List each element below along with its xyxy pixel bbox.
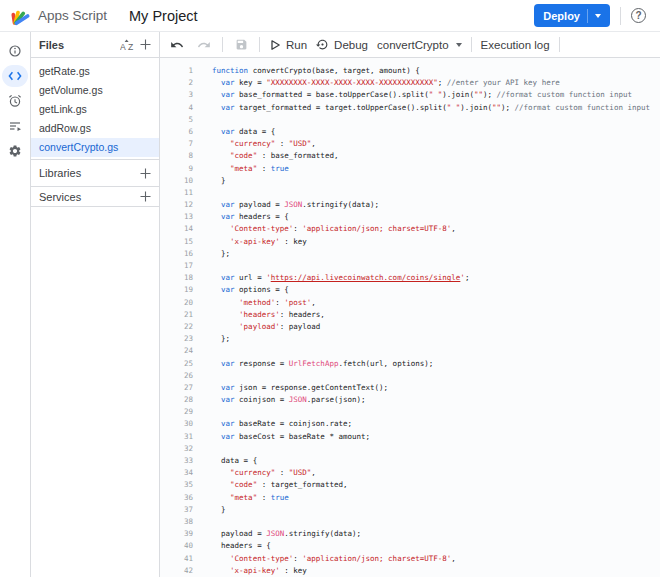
add-library-button[interactable] xyxy=(136,164,154,182)
code-editor[interactable]: 1function convertCrypto(base, target, am… xyxy=(160,58,660,577)
code-line[interactable]: 17 xyxy=(160,260,660,272)
code-line[interactable]: 28 var coinjson = JSON.parse(json); xyxy=(160,394,660,406)
code-line-text: var json = response.getContentText(); xyxy=(193,382,388,394)
line-number: 7 xyxy=(160,138,193,150)
line-number: 19 xyxy=(160,284,193,296)
code-line-text: 'Content-type': 'application/json; chars… xyxy=(193,553,456,565)
code-line[interactable]: 18 var url = 'https://api.livecoinwatch.… xyxy=(160,272,660,284)
run-button-label: Run xyxy=(286,39,307,51)
code-line[interactable]: 36 "meta" : true xyxy=(160,492,660,504)
code-line[interactable]: 16 }; xyxy=(160,248,660,260)
plus-icon xyxy=(139,167,152,180)
code-line[interactable]: 29 xyxy=(160,406,660,418)
code-line[interactable]: 2 var key = "XXXXXXXX-XXXX-XXXX-XXXX-XXX… xyxy=(160,77,660,89)
code-line[interactable]: 7 "currency" : "USD", xyxy=(160,138,660,150)
redo-button[interactable] xyxy=(195,36,213,54)
add-service-button[interactable] xyxy=(136,188,154,206)
code-line-text: var data = { xyxy=(193,126,275,138)
code-line[interactable]: 22 'payload': payload xyxy=(160,321,660,333)
line-number: 41 xyxy=(160,553,193,565)
code-line[interactable]: 20 'method': 'post', xyxy=(160,297,660,309)
code-line[interactable]: 39 payload = JSON.stringify(data); xyxy=(160,528,660,540)
code-line[interactable]: 25 var response = UrlFetchApp.fetch(url,… xyxy=(160,358,660,370)
svg-text:Z: Z xyxy=(128,41,133,51)
help-icon[interactable]: ? xyxy=(631,8,646,23)
code-line-text: "meta" : true xyxy=(193,492,289,504)
line-number: 39 xyxy=(160,528,193,540)
code-line[interactable]: 35 "code" : target_formatted, xyxy=(160,479,660,491)
line-number: 23 xyxy=(160,333,193,345)
nav-executions[interactable] xyxy=(2,115,28,137)
code-line[interactable]: 1function convertCrypto(base, target, am… xyxy=(160,65,660,77)
plus-icon xyxy=(139,38,152,51)
save-button[interactable] xyxy=(232,36,250,54)
code-line[interactable]: 32 xyxy=(160,443,660,455)
line-number: 26 xyxy=(160,370,193,382)
file-item-getRate.gs[interactable]: getRate.gs xyxy=(31,62,159,81)
code-line[interactable]: 26 xyxy=(160,370,660,382)
code-line[interactable]: 12 var payload = JSON.stringify(data); xyxy=(160,199,660,211)
code-line-text xyxy=(193,114,212,126)
undo-button[interactable] xyxy=(168,36,186,54)
code-line[interactable]: 37 } xyxy=(160,504,660,516)
file-item-getLink.gs[interactable]: getLink.gs xyxy=(31,100,159,119)
code-line[interactable]: 31 var baseCost = baseRate * amount; xyxy=(160,431,660,443)
line-number: 11 xyxy=(160,187,193,199)
toolbar-divider xyxy=(222,37,223,52)
code-line[interactable]: 27 var json = response.getContentText(); xyxy=(160,382,660,394)
nav-editor[interactable] xyxy=(2,65,28,87)
code-line-text xyxy=(193,187,212,199)
file-item-getVolume.gs[interactable]: getVolume.gs xyxy=(31,81,159,100)
code-line-text: var baseRate = coinjson.rate; xyxy=(193,418,352,430)
deploy-button[interactable]: Deploy xyxy=(534,4,610,27)
code-line[interactable]: 33 data = { xyxy=(160,455,660,467)
code-line[interactable]: 41 'Content-type': 'application/json; ch… xyxy=(160,553,660,565)
toolbar-divider xyxy=(559,37,560,52)
code-line[interactable]: 23 }; xyxy=(160,333,660,345)
code-line-text: var headers = { xyxy=(193,211,289,223)
code-line[interactable]: 19 var options = { xyxy=(160,284,660,296)
run-button[interactable]: Run xyxy=(269,39,307,51)
code-line[interactable]: 21 'headers': headers, xyxy=(160,309,660,321)
line-number: 18 xyxy=(160,272,193,284)
code-line[interactable]: 34 "currency" : "USD", xyxy=(160,467,660,479)
code-line[interactable]: 30 var baseRate = coinjson.rate; xyxy=(160,418,660,430)
code-line[interactable]: 3 var base_formatted = base.toUpperCase(… xyxy=(160,89,660,101)
code-line[interactable]: 6 var data = { xyxy=(160,126,660,138)
line-number: 25 xyxy=(160,358,193,370)
code-line-text: "currency" : "USD", xyxy=(193,138,316,150)
nav-triggers[interactable] xyxy=(2,90,28,112)
deploy-button-label: Deploy xyxy=(543,10,580,22)
line-number: 14 xyxy=(160,223,193,235)
function-selector[interactable]: convertCrypto xyxy=(377,39,462,51)
line-number: 17 xyxy=(160,260,193,272)
apps-script-logo[interactable]: Apps Script xyxy=(10,5,107,26)
code-line[interactable]: 38 xyxy=(160,516,660,528)
code-line[interactable]: 13 var headers = { xyxy=(160,211,660,223)
code-line[interactable]: 10 } xyxy=(160,175,660,187)
code-line[interactable]: 8 "code" : base_formatted, xyxy=(160,150,660,162)
code-line[interactable]: 4 var target_formatted = target.toUpperC… xyxy=(160,102,660,114)
code-line-text: var options = { xyxy=(193,284,289,296)
line-number: 16 xyxy=(160,248,193,260)
code-line[interactable]: 15 'x-api-key' : key xyxy=(160,236,660,248)
add-file-button[interactable] xyxy=(136,36,154,54)
code-line-text xyxy=(193,516,212,528)
nav-settings[interactable] xyxy=(2,140,28,162)
code-line[interactable]: 40 headers = { xyxy=(160,540,660,552)
debug-button[interactable]: Debug xyxy=(316,38,368,51)
nav-overview[interactable] xyxy=(2,40,28,62)
code-line[interactable]: 42 'x-api-key' : key xyxy=(160,565,660,577)
sort-files-button[interactable]: A Z xyxy=(118,36,136,54)
debug-icon xyxy=(316,38,329,51)
file-item-convertCrypto.gs[interactable]: convertCrypto.gs xyxy=(31,138,159,157)
line-number: 40 xyxy=(160,540,193,552)
code-line[interactable]: 5 xyxy=(160,114,660,126)
code-line[interactable]: 9 "meta" : true xyxy=(160,163,660,175)
project-title[interactable]: My Project xyxy=(129,8,198,24)
execution-log-button[interactable]: Execution log xyxy=(481,39,550,51)
file-item-addRow.gs[interactable]: addRow.gs xyxy=(31,119,159,138)
code-line[interactable]: 24 xyxy=(160,345,660,357)
code-line[interactable]: 11 xyxy=(160,187,660,199)
code-line[interactable]: 14 'Content-type': 'application/json; ch… xyxy=(160,223,660,235)
